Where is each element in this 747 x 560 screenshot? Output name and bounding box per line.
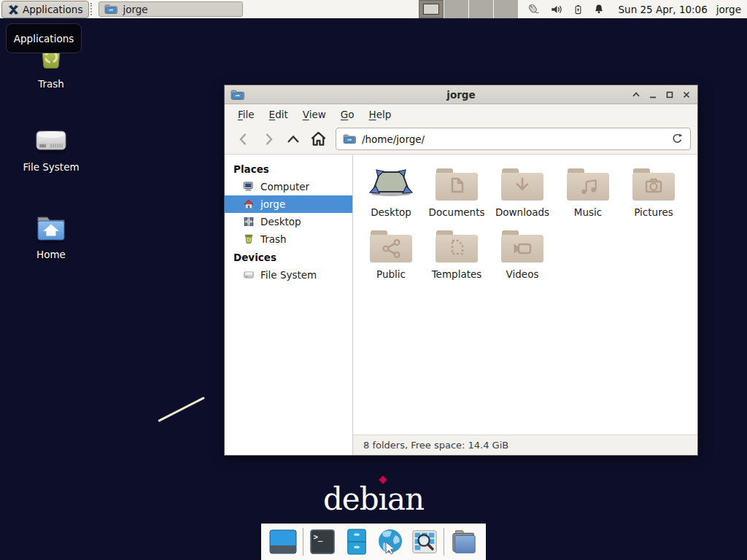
up-button[interactable] <box>281 128 306 151</box>
window-folder-icon <box>231 89 244 101</box>
taskbar-window-button[interactable]: jorge <box>98 1 243 17</box>
folder-icon[interactable] <box>449 527 479 556</box>
workspace-1[interactable] <box>419 0 444 18</box>
templates-folder-icon <box>433 227 481 266</box>
desktop-icon-label: File System <box>11 161 91 173</box>
battery-icon[interactable] <box>573 3 584 16</box>
xfce-logo-icon <box>8 4 19 15</box>
show-desktop-icon[interactable] <box>268 527 298 556</box>
workspace-4[interactable] <box>493 0 518 18</box>
taskbar-empty-area <box>243 0 418 18</box>
workspace-3[interactable] <box>468 0 493 18</box>
notifications-bell-icon[interactable] <box>593 3 605 15</box>
documents-folder-icon <box>433 165 481 204</box>
public-folder-icon <box>367 227 415 266</box>
home-button[interactable] <box>306 128 330 151</box>
window-body: Places Computer jorge Desktop <box>225 155 697 455</box>
volume-icon[interactable] <box>550 3 563 16</box>
path-bar[interactable]: /home/jorge/ <box>336 128 691 150</box>
file-item-music[interactable]: Music <box>557 165 619 218</box>
applications-menu-label: Applications <box>23 4 82 15</box>
dock-separator <box>444 528 444 556</box>
videos-folder-icon <box>498 227 546 266</box>
sidebar: Places Computer jorge Desktop <box>225 155 353 455</box>
debian-logo-red-dot: ı <box>379 481 387 517</box>
main-column: Desktop Documents <box>353 155 697 455</box>
desktop-workspace-icon <box>367 165 415 204</box>
drive-icon <box>243 269 255 281</box>
applications-tooltip: Applications <box>6 23 82 53</box>
dock-separator <box>303 528 303 556</box>
home-folder-icon <box>11 211 91 245</box>
statusbar-text: 8 folders, Free space: 14.4 GiB <box>363 440 508 451</box>
system-tray <box>518 0 613 18</box>
computer-icon <box>243 181 255 192</box>
file-item-desktop[interactable]: Desktop <box>360 165 422 218</box>
window-titlebar[interactable]: jorge <box>225 85 697 104</box>
hard-drive-icon <box>11 124 91 158</box>
menu-view[interactable]: View <box>295 106 333 123</box>
menu-edit[interactable]: Edit <box>262 106 295 123</box>
sidebar-header-devices: Devices <box>225 248 352 266</box>
maximize-button[interactable] <box>665 90 675 100</box>
desktop-icon-label: Trash <box>11 78 91 90</box>
web-browser-icon[interactable] <box>376 527 405 556</box>
dock: >_ <box>261 524 486 560</box>
workspace-switcher <box>419 0 518 18</box>
sidebar-item-trash[interactable]: Trash <box>225 230 352 248</box>
sidebar-item-computer[interactable]: Computer <box>225 178 352 195</box>
close-button[interactable] <box>681 90 692 100</box>
folder-icon <box>104 4 117 15</box>
file-item-documents[interactable]: Documents <box>425 165 488 218</box>
debian-logo: debıan <box>0 481 747 517</box>
path-input[interactable]: /home/jorge/ <box>362 133 665 145</box>
sidebar-item-desktop[interactable]: Desktop <box>225 213 352 230</box>
forward-button[interactable] <box>256 128 281 151</box>
downloads-folder-icon <box>498 165 546 204</box>
menu-file[interactable]: File <box>231 106 262 123</box>
window-title: jorge <box>225 89 697 101</box>
music-folder-icon <box>564 165 612 204</box>
sidebar-item-jorge[interactable]: jorge <box>225 195 352 213</box>
file-item-public[interactable]: Public <box>360 227 422 280</box>
mouse-icon[interactable] <box>526 2 541 16</box>
file-cabinet-icon[interactable] <box>342 527 371 556</box>
minimize-button[interactable] <box>648 90 658 100</box>
desktop-paint-line <box>158 397 205 422</box>
desktop-icon <box>243 216 255 228</box>
statusbar: 8 folders, Free space: 14.4 GiB <box>353 435 697 455</box>
menubar: File Edit View Go Help <box>225 104 697 124</box>
reload-icon[interactable] <box>671 133 684 145</box>
svg-text:>_: >_ <box>314 532 323 542</box>
desktop-icon-file-system[interactable]: File System <box>11 124 91 173</box>
menu-help[interactable]: Help <box>362 106 399 123</box>
menu-go[interactable]: Go <box>333 106 362 123</box>
top-panel: Applications jorge Sun <box>0 0 747 19</box>
app-finder-icon[interactable] <box>410 527 439 556</box>
folder-icon <box>343 133 356 144</box>
home-icon <box>243 198 255 210</box>
pictures-folder-icon <box>630 165 678 204</box>
sidebar-header-places: Places <box>225 160 352 178</box>
desktop-icon-home[interactable]: Home <box>11 211 91 260</box>
shade-button[interactable] <box>631 90 641 100</box>
trash-icon <box>243 233 255 245</box>
toolbar: /home/jorge/ <box>225 124 697 155</box>
applications-menu-button[interactable]: Applications <box>1 1 89 18</box>
sidebar-item-file-system[interactable]: File System <box>225 266 352 284</box>
panel-handle[interactable] <box>90 3 96 15</box>
file-item-videos[interactable]: Videos <box>491 227 554 280</box>
file-view[interactable]: Desktop Documents <box>353 155 697 435</box>
back-button[interactable] <box>231 128 256 151</box>
file-item-downloads[interactable]: Downloads <box>491 165 554 218</box>
file-manager-window: jorge File Edit View Go Help <box>224 85 698 456</box>
file-item-templates[interactable]: Templates <box>425 227 488 280</box>
taskbar-window-label: jorge <box>123 4 147 15</box>
terminal-icon[interactable]: >_ <box>308 527 337 556</box>
desktop-icon-label: Home <box>11 249 91 260</box>
panel-username[interactable]: jorge <box>713 0 747 18</box>
workspace-2[interactable] <box>444 0 468 18</box>
panel-clock[interactable]: Sun 25 Apr, 10:06 <box>613 0 713 18</box>
file-item-pictures[interactable]: Pictures <box>622 165 685 218</box>
window-controls <box>631 90 692 100</box>
